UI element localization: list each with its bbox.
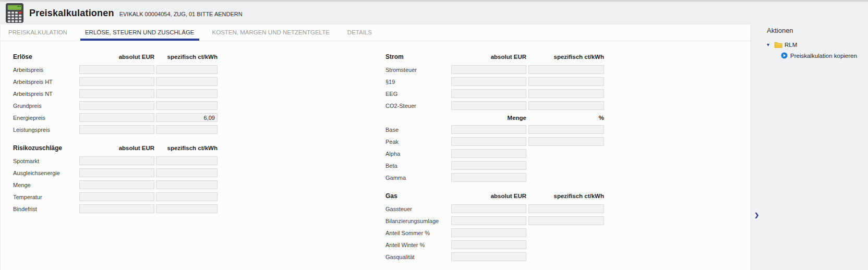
form-row-beta: Beta — [385, 161, 604, 170]
section-header-row: Gasabsolut EURspezifisch ct/kWh — [385, 191, 604, 200]
field-ausgleichsenergie-spezifisch[interactable] — [156, 168, 218, 177]
field-label: Anteil Sommer % — [385, 230, 449, 236]
field-arbeitspreis-absolut[interactable] — [79, 65, 154, 74]
field-spotmarkt-absolut[interactable] — [79, 156, 154, 165]
field-leistungspreis-absolut[interactable] — [79, 125, 154, 134]
section-strom: Stromabsolut EURspezifisch ct/kWhStromst… — [385, 52, 604, 182]
action-preiskalkulation-kopieren[interactable]: Preiskalkulation kopieren — [781, 52, 868, 59]
field-label: Gasqualität — [385, 254, 449, 260]
page-subtitle: EVIKALK 00004054, ZUG, 01 BITTE AENDERN — [119, 11, 243, 17]
field-base-menge[interactable] — [451, 125, 526, 134]
content-panel: PREISKALKULATIONERLÖSE, STEUERN UND ZUSC… — [0, 24, 751, 270]
field-stromsteuer-spezifisch[interactable] — [528, 65, 604, 74]
form-row-arbeitspreis-nt: Arbeitspreis NT — [13, 89, 223, 98]
section-header-row: Risikozuschlägeabsolut EURspezifisch ct/… — [13, 143, 223, 152]
form-row-eeg: EEG — [385, 89, 604, 98]
field-arbeitspreis-nt-absolut[interactable] — [79, 89, 154, 98]
section-title: Gas — [385, 192, 449, 200]
caret-down-icon[interactable]: ▾ — [767, 42, 772, 47]
field-menge-absolut[interactable] — [79, 180, 154, 189]
form-row-menge: Menge — [13, 180, 223, 189]
field-stromsteuer-absolut[interactable] — [451, 65, 526, 74]
field-anteil-winter-value[interactable] — [451, 240, 526, 249]
play-icon — [781, 52, 788, 59]
field-gassteuer-absolut[interactable] — [451, 204, 526, 213]
field-label: Peak — [385, 139, 449, 145]
field-arbeitspreis-spezifisch[interactable] — [156, 65, 218, 74]
field-19-spezifisch[interactable] — [528, 77, 604, 86]
field-spotmarkt-spezifisch[interactable] — [156, 156, 218, 165]
field-gassteuer-spezifisch[interactable] — [528, 204, 604, 213]
field-label: Arbeitspreis HT — [13, 79, 78, 85]
sidebar-collapse-chevron-icon[interactable]: ❯ — [754, 212, 759, 218]
section-header-row: Stromabsolut EURspezifisch ct/kWh — [385, 52, 604, 61]
form-row-co2-steuer: CO2-Steuer — [385, 101, 604, 110]
folder-icon — [774, 41, 782, 48]
field-arbeitspreis-ht-absolut[interactable] — [79, 77, 154, 86]
form-row-arbeitspreis-ht: Arbeitspreis HT — [13, 77, 223, 86]
field-ausgleichsenergie-absolut[interactable] — [79, 168, 154, 177]
field-base-prozent[interactable] — [528, 125, 604, 134]
field-grundpreis-spezifisch[interactable] — [156, 101, 218, 110]
column-header-absolut-eur: absolut EUR — [79, 54, 154, 60]
field-grundpreis-absolut[interactable] — [79, 101, 154, 110]
form-row-anteil-sommer: Anteil Sommer % — [385, 228, 604, 237]
field-menge-spezifisch[interactable] — [156, 180, 218, 189]
field-bilanzierungsumlage-spezifisch[interactable] — [528, 216, 604, 225]
field-gamma-value[interactable] — [451, 173, 526, 182]
field-label: Menge — [13, 182, 78, 188]
field-leistungspreis-spezifisch[interactable] — [156, 125, 218, 134]
field-co2-steuer-spezifisch[interactable] — [528, 101, 604, 110]
form-row-bindefrist: Bindefrist — [13, 204, 223, 213]
form-row-spotmarkt: Spotmarkt — [13, 156, 223, 165]
tab-kosten-margen-und-netzentgelte[interactable]: KOSTEN, MARGEN UND NETZENTGELTE — [212, 24, 330, 41]
form-row-peak: Peak — [385, 137, 604, 146]
field-gasqualität-value[interactable] — [451, 252, 526, 261]
form-row-arbeitspreis: Arbeitspreis — [13, 65, 223, 74]
field-arbeitspreis-nt-spezifisch[interactable] — [156, 89, 218, 98]
tab-details[interactable]: DETAILS — [347, 24, 372, 41]
field-label: §19 — [385, 79, 449, 85]
field-19-absolut[interactable] — [451, 77, 526, 86]
tab-erlöse-steuern-und-zuschläge[interactable]: ERLÖSE, STEUERN UND ZUSCHLÄGE — [85, 24, 195, 41]
field-bilanzierungsumlage-absolut[interactable] — [451, 216, 526, 225]
field-energiepreis-spezifisch[interactable] — [156, 113, 218, 122]
field-arbeitspreis-ht-spezifisch[interactable] — [156, 77, 218, 86]
field-energiepreis-absolut[interactable] — [79, 113, 154, 122]
field-peak-prozent[interactable] — [528, 137, 604, 146]
field-label: Bindefrist — [13, 206, 78, 212]
form-row-leistungspreis: Leistungspreis — [13, 125, 223, 134]
folder-node-rlm[interactable]: ▾ RLM — [767, 41, 868, 48]
field-label: Beta — [385, 163, 449, 169]
column-header-absolut-eur: absolut EUR — [451, 193, 526, 199]
field-co2-steuer-absolut[interactable] — [451, 101, 526, 110]
field-bindefrist-spezifisch[interactable] — [156, 204, 218, 213]
field-label: Leistungspreis — [13, 127, 78, 133]
tab-bar: PREISKALKULATIONERLÖSE, STEUERN UND ZUSC… — [1, 24, 751, 41]
form-row-energiepreis: Energiepreis — [13, 113, 223, 122]
field-label: Stromsteuer — [385, 67, 449, 73]
field-alpha-value[interactable] — [451, 149, 526, 158]
field-eeg-spezifisch[interactable] — [528, 89, 604, 98]
tab-preiskalkulation[interactable]: PREISKALKULATION — [8, 24, 67, 41]
field-temperatur-spezifisch[interactable] — [156, 192, 218, 201]
app-header: Preiskalkulationen EVIKALK 00004054, ZUG… — [0, 0, 868, 24]
field-label: Spotmarkt — [13, 158, 78, 164]
field-eeg-absolut[interactable] — [451, 89, 526, 98]
form-row-base: Base — [385, 125, 604, 134]
field-temperatur-absolut[interactable] — [79, 192, 154, 201]
field-peak-menge[interactable] — [451, 137, 526, 146]
field-anteil-sommer-value[interactable] — [451, 228, 526, 237]
form-row-gassteuer: Gassteuer — [385, 204, 604, 213]
field-label: Grundpreis — [13, 103, 78, 109]
column-header-spezifisch-ct-kwh: spezifisch ct/kWh — [528, 193, 604, 199]
form-row-temperatur: Temperatur — [13, 192, 223, 201]
field-label: Gamma — [385, 175, 449, 181]
field-beta-value[interactable] — [451, 161, 526, 170]
column-header-spezifisch-ct-kwh: spezifisch ct/kWh — [528, 54, 604, 60]
column-header-absolut-eur: absolut EUR — [451, 54, 526, 60]
field-bindefrist-absolut[interactable] — [79, 204, 154, 213]
form-row-gamma: Gamma — [385, 173, 604, 182]
field-label: CO2-Steuer — [385, 103, 449, 109]
form-column-right: Stromabsolut EURspezifisch ct/kWhStromst… — [385, 52, 604, 270]
